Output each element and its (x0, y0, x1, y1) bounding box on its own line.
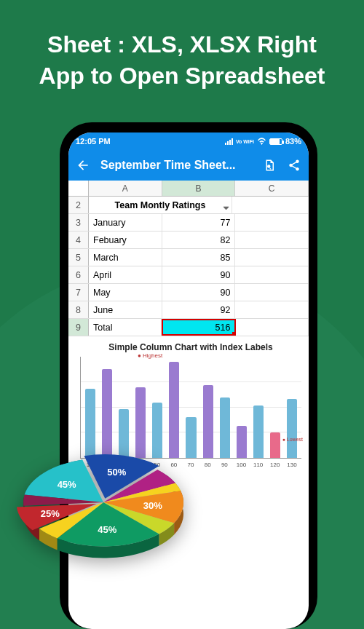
col-header[interactable]: C (235, 181, 309, 196)
cell[interactable]: Febuary (89, 232, 162, 248)
pie-slice-label: 45% (58, 479, 76, 490)
search-in-doc-icon[interactable] (262, 158, 277, 173)
chart-annotation-highest: ● Highest (138, 352, 162, 359)
row-number[interactable]: 5 (68, 249, 89, 266)
chart-bar (270, 432, 280, 458)
promo-heading: Sheet : XLS, XLSX Right App to Open Spre… (0, 0, 364, 92)
cell[interactable] (235, 214, 309, 231)
back-arrow-icon[interactable] (76, 158, 90, 173)
battery-pct: 83% (285, 137, 301, 146)
app-bar: September Time Sheet... (68, 150, 309, 181)
table-row[interactable]: 5March85 (68, 249, 309, 266)
network-label: Vo WiFi (236, 139, 254, 144)
table-row[interactable]: 2Team Montly Ratings⏷ (68, 197, 309, 214)
table-row[interactable]: 4Febuary82 (68, 232, 309, 249)
col-header[interactable]: A (89, 181, 162, 196)
cell[interactable]: April (89, 266, 162, 283)
chart-bar (253, 406, 264, 458)
col-header[interactable]: B (162, 181, 236, 196)
table-row[interactable]: 9Total516 (68, 319, 309, 336)
row-number[interactable]: 9 (68, 319, 89, 336)
chart-bar (203, 385, 213, 458)
cell[interactable] (235, 232, 309, 248)
chart-bar (287, 399, 297, 458)
cell[interactable]: May (89, 284, 162, 301)
document-title: September Time Sheet... (100, 159, 252, 172)
row-number[interactable]: 7 (68, 284, 89, 301)
cell[interactable]: June (89, 301, 162, 318)
filter-icon[interactable]: ⏷ (223, 199, 230, 213)
cell[interactable]: Total (89, 319, 162, 336)
cell[interactable] (235, 284, 309, 301)
row-number[interactable]: 4 (68, 232, 89, 248)
wifi-icon (257, 138, 266, 145)
cell[interactable]: 92 (162, 301, 236, 318)
cell[interactable]: 82 (162, 232, 236, 248)
cell[interactable]: 85 (162, 249, 236, 266)
table-row[interactable]: 7May90 (68, 284, 309, 301)
chart-bar (237, 426, 247, 458)
row-number[interactable]: 2 (68, 197, 89, 213)
cell[interactable] (236, 319, 309, 336)
row-number[interactable]: 8 (68, 301, 89, 318)
cell[interactable]: January (89, 214, 162, 231)
chart-bar (220, 397, 230, 458)
chart-title: Simple Column Chart with Index Labels (77, 342, 304, 352)
row-number[interactable]: 6 (68, 266, 89, 283)
cell[interactable]: 90 (162, 284, 236, 301)
pie-slice-label: 50% (107, 467, 126, 478)
cell[interactable]: 77 (162, 214, 236, 231)
table-row[interactable]: 8June92 (68, 301, 309, 319)
battery-icon (269, 138, 282, 145)
status-time: 12:05 PM (76, 137, 111, 146)
cell[interactable] (235, 266, 309, 283)
chart-annotation-lowest: ● Lowest (282, 437, 303, 442)
pie-slice-label: 30% (143, 500, 162, 511)
pie-chart-overlay: 45%50%30%45%25% (9, 408, 198, 597)
heading-line: Sheet : XLS, XLSX Right (47, 31, 317, 58)
cell[interactable]: 90 (162, 266, 236, 283)
cell[interactable] (232, 197, 309, 213)
selected-cell[interactable]: 516 (162, 319, 237, 336)
pie-slice-label: 25% (41, 508, 60, 519)
row-number[interactable]: 3 (68, 214, 89, 231)
cell[interactable] (235, 301, 309, 318)
column-header-row: A B C (68, 181, 309, 197)
heading-line: App to Open Spreadsheet (39, 63, 325, 89)
cell[interactable] (235, 249, 309, 266)
pie-slice-label: 45% (98, 524, 116, 535)
table-row[interactable]: 6April90 (68, 266, 309, 284)
status-bar: 12:05 PM Vo WiFi 83% (68, 132, 309, 150)
table-row[interactable]: 3January77 (68, 214, 309, 232)
cell[interactable]: March (89, 249, 162, 266)
share-icon[interactable] (287, 158, 301, 173)
table-header-cell[interactable]: Team Montly Ratings⏷ (89, 197, 232, 213)
signal-icon (225, 138, 233, 145)
